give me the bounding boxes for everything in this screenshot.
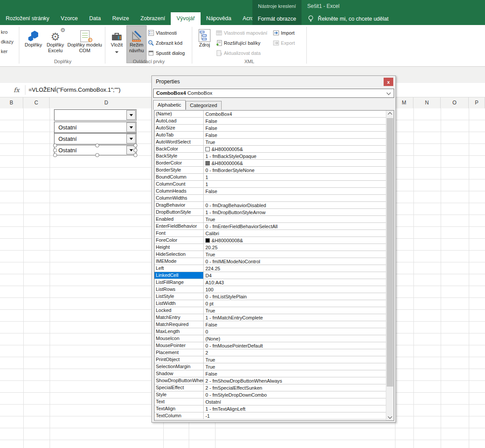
column-header-b[interactable]: B: [0, 97, 23, 108]
property-value[interactable]: &H80000005&: [204, 146, 394, 152]
tab-data[interactable]: Data: [83, 12, 106, 25]
selection-handle[interactable]: [53, 143, 57, 147]
property-row-borderstyle[interactable]: BorderStyle0 - fmBorderStyleNone: [154, 167, 394, 174]
fx-icon[interactable]: fx: [14, 83, 19, 97]
property-row-selectionmargin[interactable]: SelectionMarginTrue: [154, 363, 394, 370]
property-row-locked[interactable]: LockedTrue: [154, 307, 394, 314]
close-icon[interactable]: x: [384, 78, 393, 86]
property-name[interactable]: MouseIcon: [154, 335, 204, 342]
property-row-enterfieldbehavior[interactable]: EnterFieldBehavior0 - fmEnterFieldBehavi…: [154, 223, 394, 230]
property-value[interactable]: True: [204, 363, 394, 370]
property-name[interactable]: AutoTab: [154, 132, 204, 138]
property-name[interactable]: Font: [154, 230, 204, 237]
property-name[interactable]: BorderStyle: [154, 167, 204, 173]
property-value[interactable]: True: [204, 356, 394, 363]
property-name[interactable]: ListStyle: [154, 293, 204, 300]
property-name[interactable]: ListFillRange: [154, 279, 204, 286]
property-row-autotab[interactable]: AutoTabFalse: [154, 132, 394, 139]
column-header-p[interactable]: P: [469, 97, 485, 108]
selection-handle[interactable]: [53, 153, 57, 157]
property-row-dropbuttonstyle[interactable]: DropButtonStyle1 - fmDropButtonStyleArro…: [154, 209, 394, 216]
run-dialog-button[interactable]: Spustit dialog: [148, 49, 185, 57]
property-value[interactable]: False: [204, 370, 394, 377]
view-code-button[interactable]: Zobrazit kód: [148, 39, 183, 47]
property-value[interactable]: &H80000008&: [204, 237, 394, 244]
property-name[interactable]: Text: [154, 398, 204, 405]
property-value[interactable]: 0 pt: [204, 300, 394, 307]
expansion-packs-button[interactable]: Rozšiřující balíky: [216, 39, 260, 47]
property-value[interactable]: &H80000006&: [204, 160, 394, 166]
property-row-placement[interactable]: Placement2: [154, 349, 394, 356]
property-row-name[interactable]: (Name)ComboBox4: [154, 111, 394, 118]
property-row-liststyle[interactable]: ListStyle0 - fmListStylePlain: [154, 293, 394, 300]
property-value[interactable]: False: [204, 132, 394, 138]
object-selector-dropdown[interactable]: ComboBox4 ComboBox: [153, 89, 394, 98]
property-name[interactable]: PrintObject: [154, 356, 204, 363]
property-row-textcolumn[interactable]: TextColumn-1: [154, 412, 394, 419]
property-name[interactable]: Style: [154, 391, 204, 398]
property-value[interactable]: False: [204, 188, 394, 194]
tab-napoveda[interactable]: Nápověda: [201, 12, 237, 25]
property-value[interactable]: True: [204, 251, 394, 258]
property-name[interactable]: MatchRequired: [154, 321, 204, 328]
combobox-dropdown-button[interactable]: [126, 122, 136, 132]
property-name[interactable]: EnterFieldBehavior: [154, 223, 204, 229]
property-value[interactable]: 0 - fmMousePointerDefault: [204, 342, 394, 349]
selection-handle[interactable]: [95, 153, 99, 157]
combobox-dropdown-button[interactable]: [126, 110, 136, 120]
property-name[interactable]: AutoWordSelect: [154, 139, 204, 145]
property-row-shadow[interactable]: ShadowFalse: [154, 370, 394, 377]
property-name[interactable]: MatchEntry: [154, 314, 204, 321]
property-row-mousepointer[interactable]: MousePointer0 - fmMousePointerDefault: [154, 342, 394, 349]
property-value[interactable]: 0 - fmBorderStyleNone: [204, 167, 394, 173]
property-row-autosize[interactable]: AutoSizeFalse: [154, 125, 394, 132]
property-name[interactable]: Locked: [154, 307, 204, 314]
formula-text[interactable]: =VLOŽENÍ("Forms.ComboBox.1";""): [29, 83, 121, 97]
scroll-up-icon[interactable]: [386, 111, 393, 118]
property-value[interactable]: 1 - fmDropButtonStyleArrow: [204, 209, 394, 215]
tab-vyvojar[interactable]: Vývojář: [171, 12, 201, 25]
sheet-combobox-3[interactable]: Ostatní: [54, 133, 137, 144]
property-value[interactable]: False: [204, 118, 394, 124]
property-row-listfillrange[interactable]: ListFillRangeA10:A43: [154, 279, 394, 286]
property-value[interactable]: 224.25: [204, 265, 394, 272]
property-name[interactable]: Placement: [154, 349, 204, 356]
xml-source-button[interactable]: Zdroj: [196, 26, 213, 63]
tell-me-box[interactable]: Řekněte mi, co chcete udělat: [307, 12, 388, 25]
combobox-dropdown-button[interactable]: [126, 134, 136, 143]
property-value[interactable]: Ostatní: [204, 398, 394, 405]
property-row-enabled[interactable]: EnabledTrue: [154, 216, 394, 223]
property-row-dragbehavior[interactable]: DragBehavior0 - fmDragBehaviorDisabled: [154, 202, 394, 209]
property-name[interactable]: ShowDropButtonWhen: [154, 377, 204, 384]
property-name[interactable]: DragBehavior: [154, 202, 204, 208]
column-header-m[interactable]: M: [395, 97, 413, 108]
property-row-text[interactable]: TextOstatní: [154, 398, 394, 405]
scroll-down-icon[interactable]: [386, 413, 393, 420]
property-row-forecolor[interactable]: ForeColor&H80000008&: [154, 237, 394, 244]
column-header-c[interactable]: C: [23, 97, 50, 108]
selection-handle[interactable]: [133, 143, 137, 147]
property-row-matchentry[interactable]: MatchEntry1 - fmMatchEntryComplete: [154, 314, 394, 321]
property-row-matchrequired[interactable]: MatchRequiredFalse: [154, 321, 394, 328]
property-name[interactable]: ColumnCount: [154, 181, 204, 187]
property-value[interactable]: 0: [204, 328, 394, 335]
property-row-backstyle[interactable]: BackStyle1 - fmBackStyleOpaque: [154, 153, 394, 160]
sheet-combobox-2[interactable]: Ostatní: [54, 122, 137, 133]
property-row-height[interactable]: Height20.25: [154, 244, 394, 251]
property-value[interactable]: [204, 195, 394, 201]
property-value[interactable]: 2 - fmSpecialEffectSunken: [204, 384, 394, 391]
property-value[interactable]: 1: [204, 181, 394, 187]
property-value[interactable]: 1 - fmTextAlignLeft: [204, 405, 394, 412]
property-name[interactable]: MaxLength: [154, 328, 204, 335]
property-name[interactable]: Enabled: [154, 216, 204, 222]
property-value[interactable]: 2: [204, 349, 394, 356]
property-name[interactable]: Height: [154, 244, 204, 251]
property-row-backcolor[interactable]: BackColor&H80000005&: [154, 146, 394, 153]
property-value[interactable]: 100: [204, 286, 394, 293]
property-row-textalign[interactable]: TextAlign1 - fmTextAlignLeft: [154, 405, 394, 412]
selection-handle[interactable]: [95, 143, 99, 147]
property-name[interactable]: ForeColor: [154, 237, 204, 244]
property-row-maxlength[interactable]: MaxLength0: [154, 328, 394, 335]
property-value[interactable]: 0 - fmEnterFieldBehaviorSelectAll: [204, 223, 394, 229]
property-row-listwidth[interactable]: ListWidth0 pt: [154, 300, 394, 307]
